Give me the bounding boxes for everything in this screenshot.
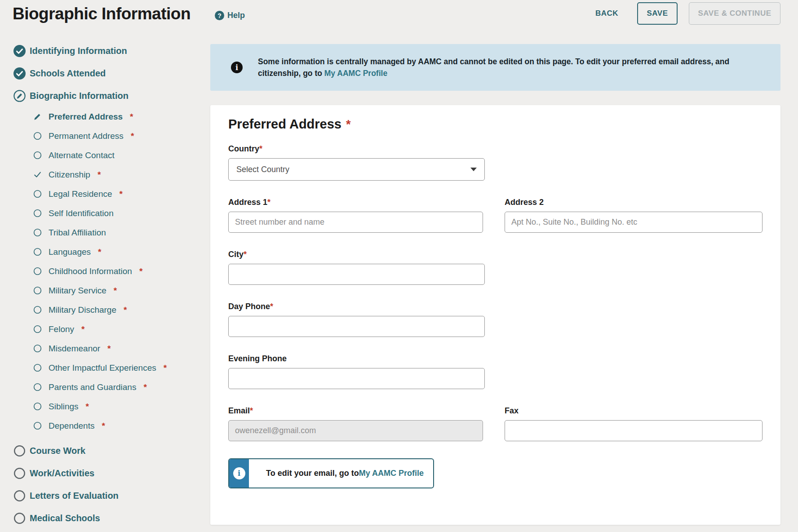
circle-icon xyxy=(33,190,42,198)
sidebar-item-tribal-affiliation[interactable]: Tribal Affiliation xyxy=(13,223,204,242)
required-asterisk: * xyxy=(250,406,253,415)
sidebar-item-label: Dependents xyxy=(49,421,94,431)
sidebar-item-label: Identifying Information xyxy=(30,46,127,56)
circle-gray-icon xyxy=(13,467,26,479)
sidebar-item-misdemeanor[interactable]: Misdemeanor * xyxy=(13,339,204,358)
circle-icon xyxy=(33,286,42,295)
sidebar-item-label: Alternate Contact xyxy=(49,151,115,160)
address2-input[interactable] xyxy=(505,212,763,233)
help-link[interactable]: ? Help xyxy=(215,11,245,20)
pencil-circle-icon xyxy=(13,90,26,102)
pencil-icon xyxy=(33,112,42,121)
required-asterisk: * xyxy=(267,198,270,207)
required-asterisk: * xyxy=(81,324,84,334)
sidebar-item-legal-residence[interactable]: Legal Residence * xyxy=(13,184,204,204)
info-banner: i Some information is centrally managed … xyxy=(210,44,780,91)
required-asterisk: * xyxy=(130,112,133,122)
address1-input[interactable] xyxy=(228,212,483,233)
page-title: Biographic Information xyxy=(13,4,191,23)
required-asterisk: * xyxy=(86,402,89,412)
circle-gray-icon xyxy=(13,490,26,502)
sidebar-item-languages[interactable]: Languages * xyxy=(13,242,204,262)
check-icon xyxy=(33,170,42,179)
sidebar-item-label: Other Impactful Experiences xyxy=(49,363,156,373)
required-asterisk: * xyxy=(244,250,247,259)
sidebar-item-citizenship[interactable]: Citizenship * xyxy=(13,165,204,184)
sidebar-item-label: Felony xyxy=(49,324,74,334)
circle-icon xyxy=(33,402,42,411)
circle-icon xyxy=(33,344,42,353)
sidebar-item-letters-of-evaluation[interactable]: Letters of Evaluation xyxy=(13,484,204,507)
email-label: Email* xyxy=(228,406,483,416)
sidebar-item-course-work[interactable]: Course Work xyxy=(13,439,204,462)
sidebar-item-parents-and-guardians[interactable]: Parents and Guardians * xyxy=(13,377,204,397)
help-label: Help xyxy=(227,11,245,20)
sidebar-item-label: Languages xyxy=(49,247,91,257)
sidebar-item-military-service[interactable]: Military Service * xyxy=(13,281,204,300)
circle-icon xyxy=(33,364,42,372)
required-asterisk: * xyxy=(259,144,262,153)
sidebar-item-work-activities[interactable]: Work/Activities xyxy=(13,462,204,484)
sidebar-item-identifying-information[interactable]: Identifying Information xyxy=(13,40,204,62)
email-note-strip: i xyxy=(229,459,249,488)
sidebar-item-preferred-address[interactable]: Preferred Address * xyxy=(13,107,204,126)
required-asterisk: * xyxy=(120,189,123,199)
fax-input[interactable] xyxy=(505,420,763,441)
sidebar-item-dependents[interactable]: Dependents * xyxy=(13,416,204,435)
required-asterisk: * xyxy=(139,266,142,276)
sidebar-item-medical-schools[interactable]: Medical Schools xyxy=(13,507,204,529)
sidebar-item-military-discharge[interactable]: Military Discharge * xyxy=(13,300,204,319)
circle-icon xyxy=(33,151,42,160)
city-input[interactable] xyxy=(228,264,485,285)
info-icon: i xyxy=(231,62,243,73)
section-heading: Preferred Address* xyxy=(228,117,763,132)
amcas-biographic-page: Biographic Information ? Help BACK SAVE … xyxy=(0,0,798,532)
sidebar-item-alternate-contact[interactable]: Alternate Contact xyxy=(13,146,204,165)
my-aamc-profile-link[interactable]: My AAMC Profile xyxy=(324,69,387,78)
fax-label: Fax xyxy=(505,406,763,416)
sidebar-item-label: Military Discharge xyxy=(49,305,116,315)
required-asterisk: * xyxy=(143,382,146,392)
email-note-text: To edit your email, go to My AAMC Profil… xyxy=(249,459,424,488)
required-asterisk: * xyxy=(98,247,101,257)
circle-icon xyxy=(33,325,42,333)
sidebar-item-label: Self Identification xyxy=(49,208,114,218)
email-input xyxy=(228,420,483,441)
address2-label: Address 2 xyxy=(505,198,763,207)
day-phone-label: Day Phone* xyxy=(228,302,485,311)
circle-icon xyxy=(33,421,42,430)
evening-phone-label: Evening Phone xyxy=(228,354,485,364)
save-button[interactable]: SAVE xyxy=(637,2,678,25)
sidebar-item-biographic-information[interactable]: Biographic Information xyxy=(13,84,204,107)
sidebar-item-label: Siblings xyxy=(49,402,79,412)
required-asterisk: * xyxy=(107,344,111,354)
sidebar-item-schools-attended[interactable]: Schools Attended xyxy=(13,62,204,84)
sidebar-item-label: Permanent Address xyxy=(49,131,124,141)
sidebar-item-siblings[interactable]: Siblings * xyxy=(13,397,204,416)
sidebar-item-label: Tribal Affiliation xyxy=(49,228,106,238)
evening-phone-input[interactable] xyxy=(228,368,485,389)
main-content: i Some information is centrally managed … xyxy=(210,44,780,525)
day-phone-input[interactable] xyxy=(228,316,485,337)
sidebar-item-label: Schools Attended xyxy=(30,68,106,79)
my-aamc-profile-link[interactable]: My AAMC Profile xyxy=(359,469,424,478)
sidebar-item-self-identification[interactable]: Self Identification xyxy=(13,204,204,223)
circle-icon xyxy=(33,132,42,140)
circle-gray-icon xyxy=(13,512,26,524)
sidebar-item-childhood-information[interactable]: Childhood Information * xyxy=(13,262,204,281)
header-actions: BACK SAVE SAVE & CONTINUE xyxy=(595,2,780,25)
sidebar-item-other-impactful-experiences[interactable]: Other Impactful Experiences * xyxy=(13,358,204,377)
check-filled-icon xyxy=(13,45,26,57)
sidebar-item-permanent-address[interactable]: Permanent Address * xyxy=(13,126,204,146)
required-asterisk: * xyxy=(124,305,127,315)
sidebar-item-label: Military Service xyxy=(49,286,106,296)
sidebar-item-label: Misdemeanor xyxy=(49,344,100,354)
country-select[interactable]: Select Country xyxy=(228,158,485,181)
back-button[interactable]: BACK xyxy=(595,9,618,18)
sidebar-item-label: Parents and Guardians xyxy=(49,382,136,392)
sidebar-item-felony[interactable]: Felony * xyxy=(13,319,204,339)
country-label: Country* xyxy=(228,144,485,154)
sidebar-item-label: Childhood Information xyxy=(49,266,132,276)
required-asterisk: * xyxy=(102,421,105,431)
save-continue-button[interactable]: SAVE & CONTINUE xyxy=(689,2,780,25)
